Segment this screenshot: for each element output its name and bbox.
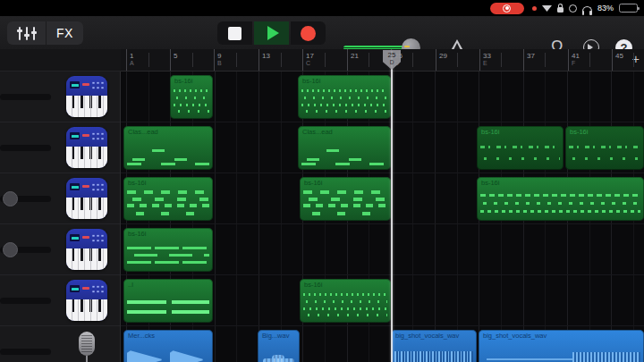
piano-keys	[66, 299, 107, 321]
ruler-mark-9: 9B	[214, 49, 222, 71]
ruler-tick	[589, 53, 590, 67]
region-label: bs-16i	[304, 179, 322, 187]
microphone-icon[interactable]	[76, 332, 97, 362]
region-label: bs-16i	[174, 77, 192, 85]
synth-display	[70, 81, 80, 88]
track-lane-4[interactable]: bs-16i	[121, 224, 644, 275]
midi-region[interactable]: bs-16i	[298, 75, 391, 119]
region-notes	[127, 240, 209, 268]
midi-region[interactable]: bs-16i	[477, 177, 644, 221]
track-lane-3[interactable]: bs-16ibs-16ibs-16i	[121, 173, 644, 224]
fx-label: FX	[56, 26, 73, 40]
synth-keyboard-icon[interactable]	[66, 76, 107, 117]
midi-region[interactable]: bs-16i	[300, 177, 391, 221]
region-label: bs-16i	[481, 179, 499, 187]
audio-region[interactable]: Mer...cks	[123, 330, 213, 362]
track-pan-knob[interactable]	[3, 242, 18, 257]
recording-dot-icon	[532, 6, 537, 11]
synth-keyboard-icon[interactable]	[66, 229, 107, 270]
ruler-mark-29: 29	[436, 49, 447, 71]
region-label: bs-16i	[570, 128, 588, 136]
track-header-5[interactable]	[0, 275, 120, 326]
synth-knob-dots	[91, 80, 105, 90]
track-header-3[interactable]	[0, 173, 120, 224]
audio-region[interactable]: big_shot_vocals_wav	[479, 330, 644, 362]
region-label: bs-16i	[128, 230, 146, 238]
midi-region[interactable]: bs-16i	[477, 126, 564, 170]
region-notes	[127, 341, 209, 362]
midi-region[interactable]: bs-16i	[170, 75, 213, 119]
ruler-corner	[0, 49, 121, 72]
synth-display	[70, 183, 80, 190]
track-volume-slider[interactable]	[0, 145, 51, 151]
region-notes	[301, 138, 387, 166]
synth-display	[70, 285, 80, 292]
rotation-lock-icon	[569, 4, 577, 13]
synth-keyboard-icon[interactable]	[66, 127, 107, 168]
ruler-tick	[325, 53, 326, 67]
track-volume-slider[interactable]	[0, 298, 51, 304]
screen-recording-pill[interactable]	[490, 3, 524, 14]
track-lane-6[interactable]: Mer...cksBig...wavbig_shot_vocals_wavbig…	[121, 326, 644, 362]
synth-display	[70, 132, 80, 139]
track-header-6[interactable]	[0, 326, 120, 362]
track-header-1[interactable]	[0, 72, 120, 122]
midi-region[interactable]: Clas...ead	[298, 126, 391, 170]
track-header-4[interactable]	[0, 224, 120, 275]
midi-region[interactable]: bs-16i	[565, 126, 644, 170]
midi-region[interactable]: bs-16i	[300, 279, 391, 323]
toolbar: FX Ω ?	[0, 16, 644, 49]
track-lane-2[interactable]: Clas...eadClas...eadbs-16ibs-16i	[121, 122, 644, 173]
ruler-tick	[545, 53, 546, 67]
synth-keyboard-icon[interactable]	[66, 178, 107, 219]
region-label: bs-16i	[304, 281, 322, 289]
mixer-sliders-icon	[33, 27, 35, 40]
audio-region[interactable]: Big...wav	[258, 330, 300, 362]
stop-button[interactable]	[217, 21, 252, 45]
ruler[interactable]: + 1A59B1317C2125D2933E3741F45	[121, 49, 644, 72]
record-button[interactable]	[291, 21, 326, 45]
piano-keys	[66, 147, 107, 168]
midi-region[interactable]: ..l	[123, 279, 213, 323]
lock-icon	[557, 7, 564, 13]
play-icon	[267, 26, 279, 40]
synth-keyboard-icon[interactable]	[66, 280, 107, 321]
midi-region[interactable]: bs-16i	[123, 228, 213, 272]
lanes: bs-16ibs-16iClas...eadClas...eadbs-16ibs…	[121, 72, 644, 362]
fx-button[interactable]: FX	[47, 21, 83, 45]
region-label: Clas...ead	[302, 128, 333, 136]
status-bar: 83%	[0, 0, 644, 16]
piano-keys	[66, 248, 107, 270]
ruler-tick	[192, 53, 193, 67]
playhead-line[interactable]	[391, 51, 393, 362]
midi-region[interactable]: bs-16i	[123, 177, 213, 221]
track-lane-1[interactable]: bs-16ibs-16i	[121, 72, 644, 122]
ruler-tick	[281, 53, 282, 67]
play-button[interactable]	[254, 21, 289, 45]
region-notes	[127, 189, 209, 217]
track-controls-button[interactable]	[7, 21, 46, 45]
ruler-tick	[457, 53, 458, 67]
ruler-tick	[412, 53, 413, 67]
track-volume-slider[interactable]	[0, 94, 51, 100]
ruler-mark-1: 1A	[126, 49, 134, 71]
region-label: Clas...ead	[128, 128, 158, 136]
headphones-icon	[582, 6, 592, 13]
ruler-mark-5: 5	[170, 49, 177, 71]
track-pan-knob[interactable]	[3, 191, 18, 206]
mic-capsule	[79, 332, 95, 356]
synth-knob-dots	[91, 233, 105, 243]
track-header-2[interactable]	[0, 122, 120, 173]
audio-region[interactable]: big_shot_vocals_wav	[391, 330, 477, 362]
ruler-mark-13: 13	[258, 49, 270, 71]
ruler-mark-45: 45	[612, 49, 623, 71]
track-volume-slider[interactable]	[0, 349, 51, 355]
ruler-tick	[501, 53, 502, 67]
track-lane-5[interactable]: ..lbs-16i	[121, 275, 644, 326]
left-button-group: FX	[7, 21, 83, 45]
ruler-tick	[633, 53, 634, 67]
midi-region[interactable]: Clas...ead	[123, 126, 213, 170]
track-headers	[0, 72, 121, 362]
region-notes	[482, 341, 640, 362]
ruler-mark-33: 33E	[479, 49, 491, 71]
